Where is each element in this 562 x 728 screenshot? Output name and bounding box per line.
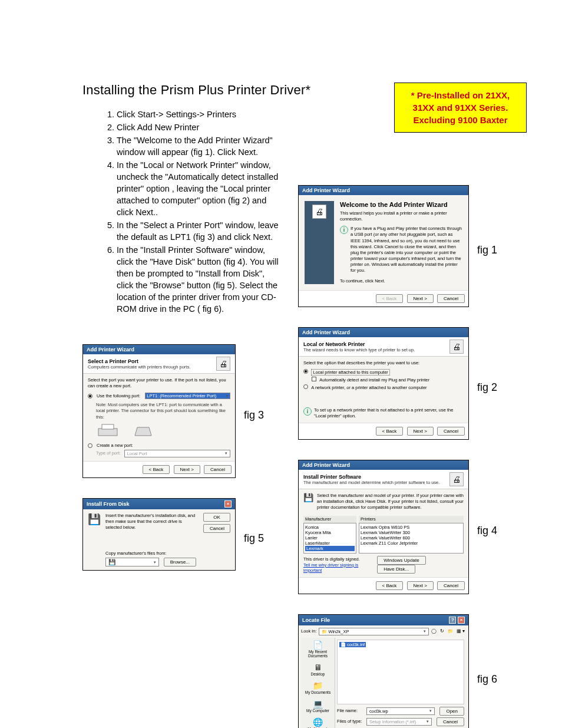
- disk-icon: 💾: [303, 493, 313, 510]
- svg-marker-2: [135, 427, 151, 436]
- list-item[interactable]: Lexmark: [305, 546, 355, 551]
- filename-label: File name:: [337, 708, 364, 714]
- step: The "Welcome to the Add Printer Wizard" …: [117, 134, 283, 158]
- dialog-title: Add Printer Wizard: [302, 462, 350, 468]
- browse-button[interactable]: Browse...: [164, 558, 196, 566]
- radio-network-printer[interactable]: [303, 384, 308, 389]
- open-button[interactable]: Open: [439, 707, 464, 716]
- close-icon[interactable]: ×: [224, 500, 232, 508]
- prompt-text: Select the port you want your printer to…: [88, 377, 230, 389]
- next-button[interactable]: Next >: [174, 465, 200, 474]
- place-desktop[interactable]: 🖥Desktop: [301, 660, 335, 678]
- next-button[interactable]: Next >: [407, 427, 434, 436]
- cancel-button[interactable]: Cancel: [437, 294, 465, 303]
- cancel-button[interactable]: Cancel: [203, 524, 230, 533]
- place-network[interactable]: 🌐My Network: [301, 715, 335, 728]
- list-item[interactable]: Konica: [305, 525, 355, 530]
- back-button[interactable]: < Back: [376, 427, 404, 436]
- places-bar[interactable]: 📄My Recent Documents 🖥Desktop 📁My Docume…: [301, 638, 335, 728]
- connector-illustration: [131, 423, 155, 439]
- port-type-select: Local Port▾: [124, 450, 230, 457]
- dialog-select-port: Add Printer Wizard Select a Printer Port…: [82, 344, 236, 478]
- step: Click Start-> Settings-> Printers: [117, 108, 283, 120]
- figure-label: fig 6: [477, 673, 497, 686]
- port-select[interactable]: LPT1: (Recommended Printer Port)▾: [145, 393, 230, 399]
- install-steps: Click Start-> Settings-> Printers Click …: [117, 108, 283, 315]
- next-button[interactable]: Next >: [407, 294, 434, 303]
- radio-local-printer[interactable]: [303, 369, 308, 374]
- radio-label: A network printer, or a printer attached…: [311, 385, 427, 390]
- place-computer[interactable]: 💻My Computer: [301, 697, 335, 715]
- disk-icon: 💾: [88, 513, 101, 567]
- list-item[interactable]: Lanier: [305, 535, 355, 541]
- cancel-button[interactable]: Cancel: [437, 427, 465, 436]
- figure-label: fig 5: [244, 532, 264, 545]
- checkbox-auto-detect[interactable]: [312, 377, 316, 381]
- manufacturer-list[interactable]: Konica Kyocera Mita Lanier LaserMaster L…: [303, 523, 356, 554]
- list-item[interactable]: Lexmark ValueWriter 600: [361, 535, 462, 541]
- radio-use-port[interactable]: [88, 394, 92, 398]
- back-button: < Back: [376, 294, 404, 303]
- step: In the "Select a Printer Port" window, l…: [117, 219, 283, 243]
- list-item[interactable]: Lexmark ValueWriter 300: [361, 530, 462, 535]
- dialog-welcome-wizard: Add Printer Wizard 🖨 Welcome to the Add …: [298, 185, 469, 307]
- step: In the "Install Printer Software" window…: [117, 244, 283, 315]
- filetype-label: Files of type:: [337, 719, 364, 724]
- info-icon: i: [340, 226, 348, 234]
- next-button[interactable]: Next >: [407, 581, 434, 590]
- signing-link[interactable]: Tell me why driver signing is important: [303, 562, 375, 573]
- cancel-button[interactable]: Cancel: [437, 717, 464, 726]
- place-documents[interactable]: 📁My Documents: [301, 678, 335, 697]
- nav-icons[interactable]: ◯ ↻ 📁 ▦▾: [431, 628, 466, 634]
- dialog-locate-file: Locate File ? × Look in: 📁 Win2k_XP▾: [298, 614, 469, 728]
- back-button[interactable]: < Back: [376, 581, 404, 590]
- windows-update-button[interactable]: Windows Update: [377, 556, 425, 565]
- printer-list[interactable]: Lexmark Optra W810 PS Lexmark ValueWrite…: [359, 523, 464, 554]
- back-button[interactable]: < Back: [143, 465, 170, 474]
- dialog-title: Add Printer Wizard: [87, 347, 134, 353]
- list-item[interactable]: LaserMaster: [305, 541, 355, 546]
- prompt-text: Insert the manufacturer's installation d…: [105, 513, 196, 531]
- lookin-select[interactable]: 📁 Win2k_XP▾: [319, 628, 428, 635]
- radio-label: Local printer attached to this computer: [311, 369, 390, 375]
- printer-illustration: [96, 423, 120, 439]
- dialog-title: Install From Disk: [87, 501, 130, 507]
- prompt-text: Select the option that describes the pri…: [303, 360, 464, 366]
- have-disk-button[interactable]: Have Disk...: [377, 565, 415, 574]
- help-icon[interactable]: ?: [449, 617, 456, 624]
- section-sub: The manufacturer and model determine whi…: [303, 480, 439, 485]
- figure-label: fig 2: [477, 381, 497, 394]
- tip-text: To set up a network printer that is not …: [314, 407, 464, 419]
- dialog-title: Add Printer Wizard: [302, 330, 350, 335]
- section-heading: Local or Network Printer: [303, 341, 415, 347]
- path-select[interactable]: 💾▾: [105, 558, 159, 566]
- list-item[interactable]: Lexmark Z11 Color Jetprinter: [361, 541, 462, 546]
- step: Click Add New Printer: [117, 121, 283, 133]
- radio-create-port[interactable]: [88, 443, 92, 448]
- section-sub: The wizard needs to know which type of p…: [303, 347, 415, 353]
- section-heading: Install Printer Software: [303, 474, 439, 480]
- file-item[interactable]: 📄 cod3k.inf: [339, 642, 366, 647]
- wizard-info: If you have a Plug and Play printer that…: [351, 226, 462, 274]
- file-list[interactable]: 📄 cod3k.inf: [337, 640, 464, 704]
- wizard-intro: This wizard helps you install a printer …: [340, 210, 462, 222]
- dialog-local-network: Add Printer Wizard Local or Network Prin…: [298, 327, 469, 440]
- svg-rect-1: [102, 424, 114, 429]
- close-icon[interactable]: ×: [458, 617, 465, 624]
- list-item[interactable]: Kyocera Mita: [305, 530, 355, 535]
- figure-label: fig 3: [244, 409, 264, 421]
- filename-input[interactable]: cod3k.wp▾: [366, 707, 435, 715]
- printer-icon: 🖨: [216, 357, 230, 371]
- cancel-button[interactable]: Cancel: [204, 465, 232, 474]
- place-recent[interactable]: 📄My Recent Documents: [301, 638, 335, 660]
- signed-text: This driver is digitally signed.: [303, 556, 375, 562]
- checkbox-label: Automatically detect and install my Plug…: [319, 377, 429, 383]
- list-item[interactable]: Lexmark Optra W810 PS: [361, 525, 462, 530]
- col-printers: Printers: [359, 516, 464, 523]
- step: In the "Local or Network Printer" window…: [117, 159, 283, 218]
- info-icon: i: [303, 407, 312, 416]
- printer-icon: 🖨: [312, 205, 326, 219]
- svg-rect-0: [98, 429, 117, 436]
- ok-button[interactable]: OK: [203, 513, 230, 522]
- cancel-button[interactable]: Cancel: [437, 581, 465, 590]
